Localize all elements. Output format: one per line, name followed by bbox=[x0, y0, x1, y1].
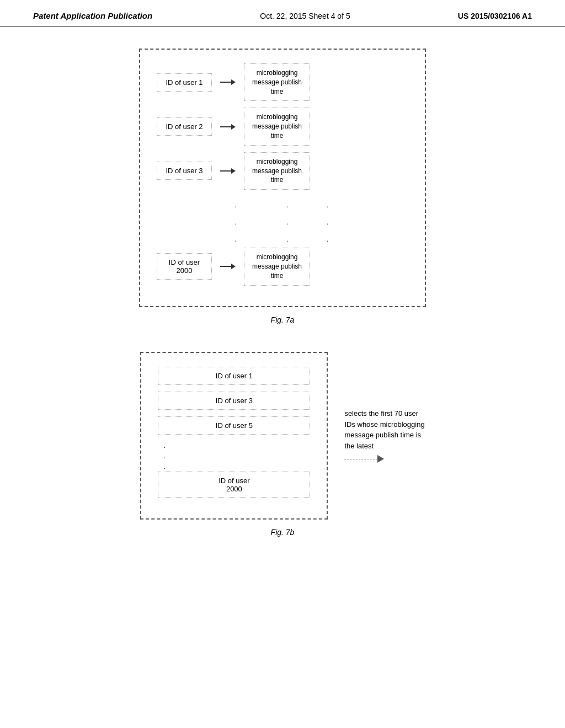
fig7a-row-4: ID of user2000 microbloggingmessage publ… bbox=[157, 248, 408, 285]
arrow-head-3 bbox=[231, 168, 236, 174]
arrow-head-4 bbox=[231, 264, 236, 269]
page: Patent Application Publication Oct. 22, … bbox=[0, 0, 565, 728]
id-user1-box: ID of user 1 bbox=[157, 73, 212, 92]
fig7a-row-2: ID of user 2 microbloggingmessage publis… bbox=[157, 108, 408, 145]
msg-box-3: microbloggingmessage publishtime bbox=[244, 152, 310, 190]
fig7b-annotation: selects the first 70 userIDs whose micro… bbox=[344, 408, 424, 463]
arrow-head-2 bbox=[231, 124, 236, 130]
arrow-4 bbox=[220, 264, 236, 269]
sheet-date-label: Oct. 22, 2015 Sheet 4 of 5 bbox=[260, 12, 350, 20]
fig7b-id2000-box: ID of user2000 bbox=[158, 472, 310, 498]
arrow-1 bbox=[220, 79, 236, 85]
patent-number-label: US 2015/0302106 A1 bbox=[458, 12, 532, 20]
page-header: Patent Application Publication Oct. 22, … bbox=[0, 0, 565, 26]
fig7b-id1-box: ID of user 1 bbox=[158, 367, 310, 385]
arrow-line-3 bbox=[220, 170, 231, 172]
fig7b-row-2: ID of user 3 bbox=[158, 392, 310, 410]
msg-box-1: microbloggingmessage publishtime bbox=[244, 63, 310, 101]
annotation-label: selects the first 70 userIDs whose micro… bbox=[344, 408, 424, 451]
fig7b-row-3: ID of user 5 bbox=[158, 416, 310, 435]
fig7a-caption: Fig. 7a bbox=[271, 315, 295, 324]
fig7a-row-1: ID of user 1 microbloggingmessage publis… bbox=[157, 63, 408, 101]
dashed-line bbox=[344, 459, 377, 459]
main-content: ID of user 1 microbloggingmessage publis… bbox=[0, 26, 565, 559]
arrow-2 bbox=[220, 124, 236, 130]
fig7b-container: ID of user 1 ID of user 3 ID of user 5 . bbox=[140, 352, 424, 520]
fig7a-container: ID of user 1 microbloggingmessage publis… bbox=[139, 49, 426, 307]
fig7a-dots2: . . . bbox=[157, 213, 408, 231]
publication-label: Patent Application Publication bbox=[33, 11, 152, 20]
figure-7a-wrapper: ID of user 1 microbloggingmessage publis… bbox=[139, 49, 426, 324]
id-user2-box: ID of user 2 bbox=[157, 117, 212, 136]
arrow-line-4 bbox=[220, 266, 231, 267]
fig7b-id3-box: ID of user 3 bbox=[158, 392, 310, 410]
fig7b-left-box: ID of user 1 ID of user 3 ID of user 5 . bbox=[140, 352, 328, 520]
msg-box-4: microbloggingmessage publishtime bbox=[244, 248, 310, 285]
arrow-line-2 bbox=[220, 126, 231, 127]
arrow-head-1 bbox=[231, 79, 236, 85]
fig7b-caption: Fig. 7b bbox=[271, 528, 295, 537]
figure-7b-wrapper: ID of user 1 ID of user 3 ID of user 5 . bbox=[140, 352, 424, 537]
annotation-arrow bbox=[344, 455, 384, 463]
id-user3-box: ID of user 3 bbox=[157, 162, 212, 180]
solid-arrow-head bbox=[377, 455, 384, 463]
fig7b-row-1: ID of user 1 bbox=[158, 367, 310, 385]
fig7b-row-4: ID of user2000 bbox=[158, 472, 310, 498]
id-user2000-box: ID of user2000 bbox=[157, 253, 212, 280]
arrow-3 bbox=[220, 168, 236, 174]
msg-box-2: microbloggingmessage publishtime bbox=[244, 108, 310, 145]
arrow-line-1 bbox=[220, 82, 231, 83]
fig7a-dots: . . . bbox=[157, 196, 408, 213]
fig7a-dots3: . . . bbox=[157, 231, 408, 248]
fig7a-row-3: ID of user 3 microbloggingmessage publis… bbox=[157, 152, 408, 190]
fig7b-id5-box: ID of user 5 bbox=[158, 416, 310, 435]
